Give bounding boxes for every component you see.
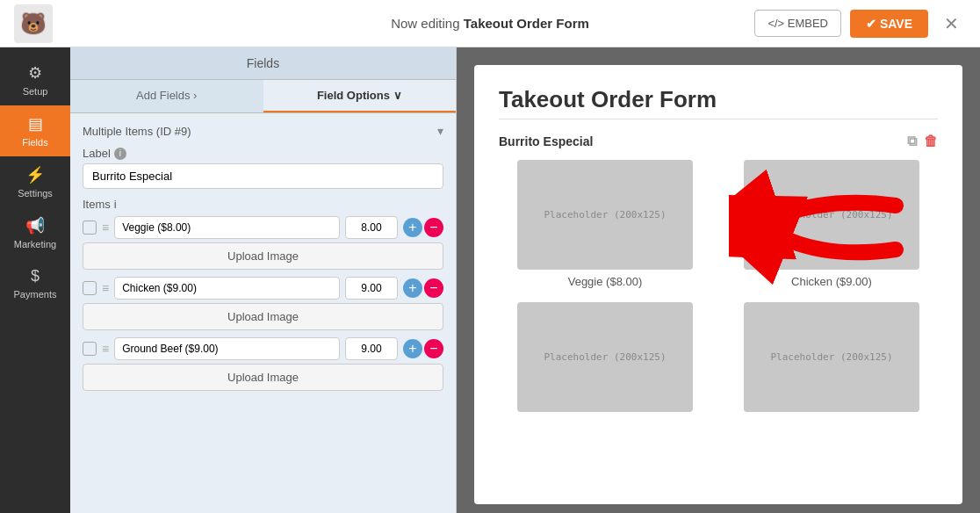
field-type-label: Multiple Items (ID #9) <box>83 125 191 138</box>
item-1-checkbox[interactable] <box>83 281 97 295</box>
items-info-icon: i <box>114 198 117 211</box>
sidebar-label-settings: Settings <box>18 188 53 199</box>
item-0-drag-handle[interactable]: ≡ <box>102 220 109 235</box>
item-2-remove-btn[interactable]: − <box>424 339 443 358</box>
section-title-text: Burrito Especial <box>499 134 593 148</box>
top-bar-center: Now editing Takeout Order Form <box>391 16 589 31</box>
item-row-2-top: ≡ + − <box>83 337 443 360</box>
delete-icon[interactable]: 🗑 <box>924 134 938 149</box>
item-1-name[interactable] <box>114 277 340 300</box>
item-row-0: ≡ + − Upload Image <box>83 216 443 270</box>
placeholder-img-1: Placeholder (200x125) <box>744 160 919 270</box>
marketing-icon: 📢 <box>25 216 45 235</box>
preview-item-3: Placeholder (200x125) <box>725 302 938 417</box>
preview-items-grid: Placeholder (200x125) Veggie ($8.00) Pla… <box>499 160 938 417</box>
item-row-1: ≡ + − Upload Image <box>83 277 443 330</box>
main-layout: ⚙ Setup ▤ Fields ⚡ Settings 📢 Marketing … <box>0 47 980 513</box>
preview-item-label-1: Chicken ($9.00) <box>791 275 872 288</box>
logo: 🐻 <box>14 4 53 43</box>
top-bar: 🐻 Now editing Takeout Order Form </> EMB… <box>0 0 980 47</box>
item-2-upload-btn[interactable]: Upload Image <box>83 364 443 391</box>
item-2-add-btn[interactable]: + <box>403 339 422 358</box>
sidebar-item-payments[interactable]: $ Payments <box>0 258 70 308</box>
item-2-checkbox[interactable] <box>83 342 97 356</box>
gear-icon: ⚙ <box>28 63 42 83</box>
item-0-upload-btn[interactable]: Upload Image <box>83 242 443 270</box>
sidebar-label-payments: Payments <box>14 289 57 300</box>
items-text: Items <box>83 198 111 211</box>
fields-header: Fields <box>70 47 456 80</box>
sidebar-label-marketing: Marketing <box>14 239 56 249</box>
item-0-price[interactable] <box>345 216 398 239</box>
field-dropdown-arrow[interactable]: ▾ <box>437 124 443 138</box>
sidebar-label-setup: Setup <box>23 86 48 97</box>
sidebar: ⚙ Setup ▤ Fields ⚡ Settings 📢 Marketing … <box>0 47 70 513</box>
editing-prefix: Now editing <box>391 16 459 31</box>
form-section-icons: ⧉ 🗑 <box>907 134 938 149</box>
preview-item-2: Placeholder (200x125) <box>499 302 711 417</box>
item-2-add-remove: + − <box>403 339 443 358</box>
form-divider <box>499 119 938 119</box>
item-row-0-top: ≡ + − <box>83 216 443 239</box>
items-label: Items i <box>83 198 443 211</box>
tab-field-options[interactable]: Field Options ∨ <box>263 80 457 112</box>
item-0-add-btn[interactable]: + <box>403 218 422 237</box>
tab-add-fields[interactable]: Add Fields › <box>70 80 263 112</box>
item-2-price[interactable] <box>345 337 398 360</box>
tabs: Add Fields › Field Options ∨ <box>70 80 456 113</box>
panel-content: Multiple Items (ID #9) ▾ Label i Items i <box>70 113 456 513</box>
left-panel: Fields Add Fields › Field Options ∨ Mult… <box>70 47 457 513</box>
copy-icon[interactable]: ⧉ <box>907 134 917 149</box>
preview-item-0: Placeholder (200x125) Veggie ($8.00) <box>499 160 711 288</box>
label-input[interactable] <box>83 163 443 189</box>
item-0-name[interactable] <box>114 216 340 239</box>
top-bar-left: 🐻 <box>14 4 53 43</box>
sidebar-item-setup[interactable]: ⚙ Setup <box>0 54 70 105</box>
label-text: Label <box>83 147 111 160</box>
item-1-add-remove: + − <box>403 278 443 298</box>
field-title-row: Multiple Items (ID #9) ▾ <box>83 124 443 138</box>
preview-item-label-0: Veggie ($8.00) <box>568 275 643 288</box>
form-preview: Takeout Order Form Burrito Especial ⧉ 🗑 … <box>474 65 962 504</box>
form-section-title: Burrito Especial ⧉ 🗑 <box>499 134 938 149</box>
item-1-upload-btn[interactable]: Upload Image <box>83 303 443 330</box>
payments-icon: $ <box>31 267 40 285</box>
item-1-drag-handle[interactable]: ≡ <box>102 281 109 295</box>
save-label: ✔ SAVE <box>866 17 912 31</box>
item-0-add-remove: + − <box>403 218 443 237</box>
sidebar-item-fields[interactable]: ▤ Fields <box>0 105 70 156</box>
placeholder-img-0: Placeholder (200x125) <box>517 160 693 270</box>
item-2-drag-handle[interactable]: ≡ <box>102 342 109 356</box>
embed-button[interactable]: </> EMBED <box>754 10 841 37</box>
item-row-1-top: ≡ + − <box>83 277 443 300</box>
item-0-remove-btn[interactable]: − <box>424 218 443 237</box>
close-button[interactable]: ✕ <box>937 10 966 38</box>
item-2-name[interactable] <box>114 337 340 360</box>
settings-icon: ⚡ <box>25 165 45 184</box>
top-bar-right: </> EMBED ✔ SAVE ✕ <box>754 10 966 38</box>
placeholder-img-3: Placeholder (200x125) <box>744 302 919 412</box>
item-1-add-btn[interactable]: + <box>403 278 422 298</box>
item-0-checkbox[interactable] <box>83 220 97 235</box>
sidebar-item-settings[interactable]: ⚡ Settings <box>0 156 70 207</box>
label-field-title: Label i <box>83 147 443 160</box>
sidebar-label-fields: Fields <box>22 137 47 148</box>
preview-area: Takeout Order Form Burrito Especial ⧉ 🗑 … <box>457 47 980 513</box>
form-name: Takeout Order Form <box>464 16 589 31</box>
fields-icon: ▤ <box>28 114 43 134</box>
preview-item-1: Placeholder (200x125) Chicken ($9.00) <box>725 160 938 288</box>
placeholder-img-2: Placeholder (200x125) <box>517 302 693 412</box>
form-title: Takeout Order Form <box>499 86 938 113</box>
sidebar-item-marketing[interactable]: 📢 Marketing <box>0 207 70 258</box>
item-1-price[interactable] <box>345 277 398 300</box>
item-1-remove-btn[interactable]: − <box>424 278 443 298</box>
item-row-2: ≡ + − Upload Image <box>83 337 443 391</box>
save-button[interactable]: ✔ SAVE <box>850 10 928 38</box>
label-info-icon: i <box>114 148 126 160</box>
label-section: Label i <box>83 147 443 189</box>
